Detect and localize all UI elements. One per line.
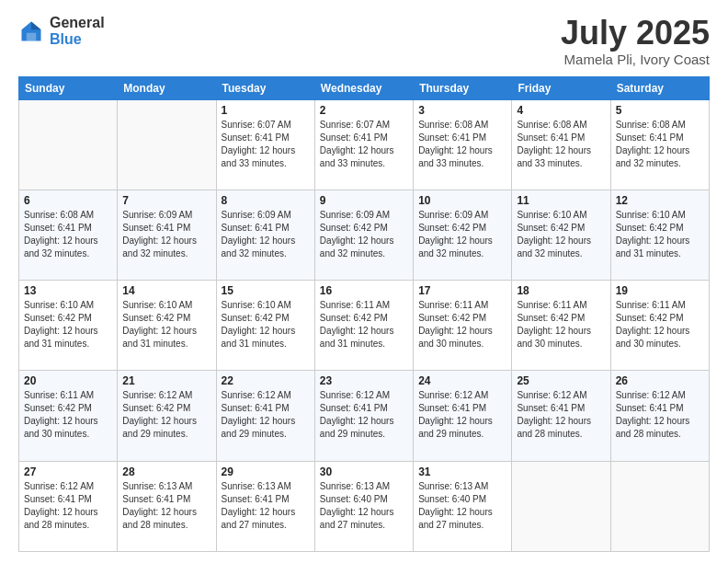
day-cell: 31Sunrise: 6:13 AM Sunset: 6:40 PM Dayli… xyxy=(414,461,512,551)
logo-general: General xyxy=(50,15,105,31)
day-number: 9 xyxy=(320,194,408,207)
day-number: 11 xyxy=(517,194,605,207)
day-number: 5 xyxy=(616,104,704,117)
day-number: 24 xyxy=(418,374,506,387)
day-number: 30 xyxy=(320,465,408,478)
svg-rect-2 xyxy=(27,32,37,40)
day-info: Sunrise: 6:08 AM Sunset: 6:41 PM Dayligh… xyxy=(616,119,704,170)
day-number: 16 xyxy=(320,284,408,297)
weekday-header-wednesday: Wednesday xyxy=(314,76,413,99)
day-cell: 2Sunrise: 6:07 AM Sunset: 6:41 PM Daylig… xyxy=(314,99,413,190)
day-info: Sunrise: 6:12 AM Sunset: 6:42 PM Dayligh… xyxy=(122,389,210,441)
day-number: 7 xyxy=(122,194,210,207)
location: Mamela Pli, Ivory Coast xyxy=(561,52,710,67)
day-cell: 25Sunrise: 6:12 AM Sunset: 6:41 PM Dayli… xyxy=(512,371,610,461)
weekday-header-thursday: Thursday xyxy=(414,76,512,99)
day-cell: 26Sunrise: 6:12 AM Sunset: 6:41 PM Dayli… xyxy=(610,371,709,461)
day-number: 6 xyxy=(24,194,112,207)
day-cell: 24Sunrise: 6:12 AM Sunset: 6:41 PM Dayli… xyxy=(414,371,512,461)
day-number: 18 xyxy=(517,284,605,297)
day-info: Sunrise: 6:10 AM Sunset: 6:42 PM Dayligh… xyxy=(222,299,310,350)
day-info: Sunrise: 6:07 AM Sunset: 6:41 PM Dayligh… xyxy=(222,119,310,170)
day-info: Sunrise: 6:12 AM Sunset: 6:41 PM Dayligh… xyxy=(517,389,605,441)
day-number: 26 xyxy=(616,374,704,387)
day-cell: 15Sunrise: 6:10 AM Sunset: 6:42 PM Dayli… xyxy=(216,281,314,371)
svg-marker-1 xyxy=(31,21,41,29)
day-info: Sunrise: 6:12 AM Sunset: 6:41 PM Dayligh… xyxy=(222,389,310,441)
day-info: Sunrise: 6:11 AM Sunset: 6:42 PM Dayligh… xyxy=(616,299,704,350)
day-info: Sunrise: 6:09 AM Sunset: 6:42 PM Dayligh… xyxy=(418,209,506,260)
weekday-header-row: SundayMondayTuesdayWednesdayThursdayFrid… xyxy=(19,76,710,99)
day-number: 17 xyxy=(418,284,506,297)
day-cell: 3Sunrise: 6:08 AM Sunset: 6:41 PM Daylig… xyxy=(414,99,512,190)
day-number: 3 xyxy=(418,104,506,117)
day-cell xyxy=(19,99,118,190)
day-cell: 27Sunrise: 6:12 AM Sunset: 6:41 PM Dayli… xyxy=(19,461,118,551)
day-cell: 22Sunrise: 6:12 AM Sunset: 6:41 PM Dayli… xyxy=(216,371,314,461)
day-number: 12 xyxy=(616,194,704,207)
day-info: Sunrise: 6:12 AM Sunset: 6:41 PM Dayligh… xyxy=(24,480,112,532)
day-info: Sunrise: 6:11 AM Sunset: 6:42 PM Dayligh… xyxy=(517,299,605,350)
day-cell: 20Sunrise: 6:11 AM Sunset: 6:42 PM Dayli… xyxy=(19,371,118,461)
day-info: Sunrise: 6:12 AM Sunset: 6:41 PM Dayligh… xyxy=(616,389,704,441)
day-cell: 5Sunrise: 6:08 AM Sunset: 6:41 PM Daylig… xyxy=(610,99,709,190)
weekday-header-sunday: Sunday xyxy=(19,76,118,99)
day-number: 1 xyxy=(222,104,310,117)
day-info: Sunrise: 6:09 AM Sunset: 6:42 PM Dayligh… xyxy=(320,209,408,260)
day-info: Sunrise: 6:13 AM Sunset: 6:41 PM Dayligh… xyxy=(122,480,210,532)
week-row-4: 20Sunrise: 6:11 AM Sunset: 6:42 PM Dayli… xyxy=(19,371,710,461)
day-cell: 16Sunrise: 6:11 AM Sunset: 6:42 PM Dayli… xyxy=(314,281,413,371)
day-cell: 29Sunrise: 6:13 AM Sunset: 6:41 PM Dayli… xyxy=(216,461,314,551)
week-row-2: 6Sunrise: 6:08 AM Sunset: 6:41 PM Daylig… xyxy=(19,190,710,280)
day-cell xyxy=(610,461,709,551)
day-number: 31 xyxy=(418,465,506,478)
weekday-header-saturday: Saturday xyxy=(610,76,709,99)
day-cell: 13Sunrise: 6:10 AM Sunset: 6:42 PM Dayli… xyxy=(19,281,118,371)
day-cell: 30Sunrise: 6:13 AM Sunset: 6:40 PM Dayli… xyxy=(314,461,413,551)
day-cell: 1Sunrise: 6:07 AM Sunset: 6:41 PM Daylig… xyxy=(216,99,314,190)
day-cell: 9Sunrise: 6:09 AM Sunset: 6:42 PM Daylig… xyxy=(314,190,413,280)
day-cell: 21Sunrise: 6:12 AM Sunset: 6:42 PM Dayli… xyxy=(118,371,216,461)
day-info: Sunrise: 6:08 AM Sunset: 6:41 PM Dayligh… xyxy=(418,119,506,170)
day-number: 22 xyxy=(222,374,310,387)
day-cell: 10Sunrise: 6:09 AM Sunset: 6:42 PM Dayli… xyxy=(414,190,512,280)
weekday-header-tuesday: Tuesday xyxy=(216,76,314,99)
day-number: 4 xyxy=(517,104,605,117)
logo-blue: Blue xyxy=(50,31,105,48)
weekday-header-friday: Friday xyxy=(512,76,610,99)
calendar: SundayMondayTuesdayWednesdayThursdayFrid… xyxy=(18,76,710,552)
day-cell: 28Sunrise: 6:13 AM Sunset: 6:41 PM Dayli… xyxy=(118,461,216,551)
day-info: Sunrise: 6:11 AM Sunset: 6:42 PM Dayligh… xyxy=(320,299,408,350)
day-info: Sunrise: 6:07 AM Sunset: 6:41 PM Dayligh… xyxy=(320,119,408,170)
day-info: Sunrise: 6:13 AM Sunset: 6:40 PM Dayligh… xyxy=(418,480,506,532)
logo: General Blue xyxy=(18,15,105,47)
day-cell: 7Sunrise: 6:09 AM Sunset: 6:41 PM Daylig… xyxy=(118,190,216,280)
day-cell: 14Sunrise: 6:10 AM Sunset: 6:42 PM Dayli… xyxy=(118,281,216,371)
day-number: 21 xyxy=(122,374,210,387)
day-cell: 12Sunrise: 6:10 AM Sunset: 6:42 PM Dayli… xyxy=(610,190,709,280)
day-info: Sunrise: 6:08 AM Sunset: 6:41 PM Dayligh… xyxy=(517,119,605,170)
day-cell: 18Sunrise: 6:11 AM Sunset: 6:42 PM Dayli… xyxy=(512,281,610,371)
day-cell xyxy=(512,461,610,551)
day-number: 14 xyxy=(122,284,210,297)
day-info: Sunrise: 6:10 AM Sunset: 6:42 PM Dayligh… xyxy=(24,299,112,350)
day-number: 8 xyxy=(222,194,310,207)
day-number: 23 xyxy=(320,374,408,387)
weekday-header-monday: Monday xyxy=(118,76,216,99)
day-info: Sunrise: 6:11 AM Sunset: 6:42 PM Dayligh… xyxy=(24,389,112,441)
day-info: Sunrise: 6:12 AM Sunset: 6:41 PM Dayligh… xyxy=(320,389,408,441)
day-info: Sunrise: 6:13 AM Sunset: 6:40 PM Dayligh… xyxy=(320,480,408,532)
day-info: Sunrise: 6:11 AM Sunset: 6:42 PM Dayligh… xyxy=(418,299,506,350)
day-cell: 19Sunrise: 6:11 AM Sunset: 6:42 PM Dayli… xyxy=(610,281,709,371)
week-row-5: 27Sunrise: 6:12 AM Sunset: 6:41 PM Dayli… xyxy=(19,461,710,551)
day-info: Sunrise: 6:10 AM Sunset: 6:42 PM Dayligh… xyxy=(616,209,704,260)
page-header: General Blue July 2025 Mamela Pli, Ivory… xyxy=(18,15,710,67)
title-block: July 2025 Mamela Pli, Ivory Coast xyxy=(561,15,710,67)
day-number: 13 xyxy=(24,284,112,297)
day-cell: 17Sunrise: 6:11 AM Sunset: 6:42 PM Dayli… xyxy=(414,281,512,371)
day-cell: 4Sunrise: 6:08 AM Sunset: 6:41 PM Daylig… xyxy=(512,99,610,190)
day-info: Sunrise: 6:12 AM Sunset: 6:41 PM Dayligh… xyxy=(418,389,506,441)
logo-icon xyxy=(18,18,44,44)
day-number: 10 xyxy=(418,194,506,207)
day-number: 19 xyxy=(616,284,704,297)
